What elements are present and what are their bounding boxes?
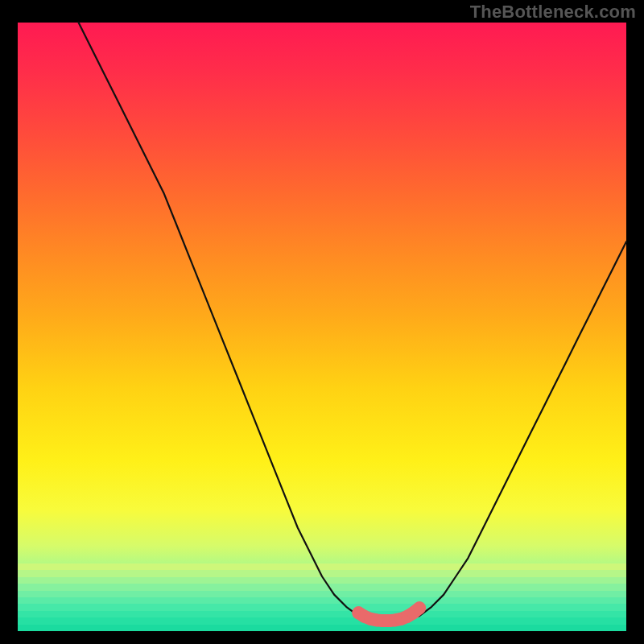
optimal-zone-dot (413, 601, 426, 614)
bottleneck-curve-left (79, 23, 371, 619)
plot-area (18, 23, 626, 631)
stage: { "watermark": "TheBottleneck.com", "cha… (0, 0, 644, 644)
watermark-text: TheBottleneck.com (470, 2, 636, 23)
optimal-zone-dots (352, 601, 426, 627)
bottleneck-curve-right (407, 242, 626, 619)
curve-layer (18, 23, 626, 631)
